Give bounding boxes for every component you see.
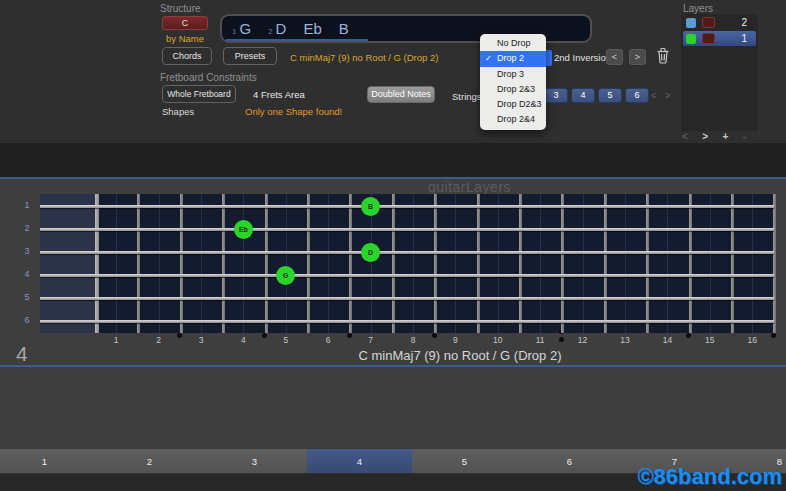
strings-nav-arrows[interactable]: <>: [651, 90, 679, 101]
layers-next-button[interactable]: >: [702, 131, 708, 142]
drop-menu-item[interactable]: Drop 2&4: [480, 112, 546, 127]
drop-menu-item[interactable]: ✓Drop 2: [480, 51, 546, 66]
fret-number: 9: [445, 335, 465, 345]
fretboard[interactable]: 12345612345678910111213141516BEbDG: [40, 194, 774, 333]
page-cell-3[interactable]: 3: [202, 449, 307, 474]
fret-line: [265, 194, 268, 333]
drop-menu-item-label: No Drop: [497, 36, 546, 51]
whole-fretboard-button[interactable]: Whole Fretboard: [162, 85, 236, 103]
fretboard-note-g[interactable]: G: [276, 266, 295, 285]
layer-structure-swatch[interactable]: [702, 17, 715, 28]
string-toggle-6[interactable]: 6: [625, 88, 649, 103]
fret-number: 3: [191, 335, 211, 345]
layers-remove-button[interactable]: -: [743, 131, 746, 142]
notes-underline: [226, 39, 368, 41]
fret-line: [689, 194, 692, 333]
inlay-dot: [771, 333, 776, 338]
page-cell-4[interactable]: 4: [307, 449, 412, 474]
page-cell-6[interactable]: 6: [517, 449, 622, 474]
drop-menu-item[interactable]: Drop D2&3: [480, 97, 546, 112]
layer-row[interactable]: 1: [683, 31, 756, 46]
drop-menu-item[interactable]: Drop 3: [480, 67, 546, 82]
inversion-label: 2nd Inversion: [554, 52, 611, 63]
drop-menu-item-label: Drop 2&3: [497, 82, 546, 97]
layer-row[interactable]: 2: [683, 15, 756, 30]
cell-midline: [328, 194, 329, 333]
fret-line: [434, 194, 437, 333]
structure-note: B: [339, 20, 349, 37]
fretboard-note-d[interactable]: D: [361, 243, 380, 262]
root-note-button[interactable]: C: [162, 16, 208, 30]
top-panel: Structure C by Name 1G2DEbB Chords Prese…: [0, 0, 786, 143]
cell-midline: [116, 194, 117, 333]
layer-number: 2: [741, 17, 747, 28]
fret-number: 6: [318, 335, 338, 345]
fretboard-note-eb[interactable]: Eb: [234, 220, 253, 239]
presets-button[interactable]: Presets: [223, 47, 277, 65]
drop-menu-item-label: Drop 2&4: [497, 112, 546, 127]
string-label: 1: [20, 200, 34, 210]
string-line: [40, 205, 774, 208]
fret-number: 15: [700, 335, 720, 345]
fret-number: 13: [615, 335, 635, 345]
string-toggle-5[interactable]: 5: [598, 88, 622, 103]
string-line: [40, 297, 774, 300]
fret-line: [222, 194, 225, 333]
inversion-next-button[interactable]: >: [629, 49, 646, 65]
layers-add-button[interactable]: +: [722, 131, 728, 142]
cell-midline: [710, 194, 711, 333]
string-toggle-3[interactable]: 3: [544, 88, 568, 103]
page-cell-1[interactable]: 1: [0, 449, 97, 474]
page-cell-2[interactable]: 2: [97, 449, 202, 474]
string-label: 2: [20, 223, 34, 233]
by-name-label[interactable]: by Name: [156, 33, 214, 44]
note-name-label: B: [339, 20, 349, 37]
page-cell-5[interactable]: 5: [412, 449, 517, 474]
doubled-notes-button[interactable]: Doubled Notes: [367, 86, 435, 103]
string-line: [40, 228, 774, 231]
fret-line: [773, 194, 776, 333]
nut-line: [95, 194, 99, 333]
string-label: 5: [20, 292, 34, 302]
drop-menu-item-label: Drop 2: [497, 51, 546, 66]
cell-midline: [159, 194, 160, 333]
layers-prev-button[interactable]: <: [682, 131, 688, 142]
string-label: 4: [20, 269, 34, 279]
drop-menu-item-label: Drop 3: [497, 67, 546, 82]
drop-menu-item[interactable]: No Drop: [480, 36, 546, 51]
fretboard-note-b[interactable]: B: [361, 197, 380, 216]
layer-structure-swatch[interactable]: [702, 33, 715, 44]
guitarlayers-watermark: guitarLayers: [428, 179, 511, 195]
fret-number: 11: [530, 335, 550, 345]
inversion-prev-button[interactable]: <: [606, 49, 623, 65]
note-name-label: G: [239, 20, 251, 37]
note-octave-label: 2: [268, 27, 272, 36]
layers-section-label: Layers: [683, 3, 713, 14]
site-watermark: ©86band.com: [637, 464, 782, 490]
cell-midline: [413, 194, 414, 333]
drop-menu-item[interactable]: Drop 2&3: [480, 82, 546, 97]
panel-divider-bottom: [0, 365, 786, 367]
string-label: 6: [20, 315, 34, 325]
fret-line: [477, 194, 480, 333]
string-line: [40, 320, 774, 323]
note-name-label: Eb: [303, 20, 321, 37]
fret-number: 10: [488, 335, 508, 345]
layer-color-swatch[interactable]: [686, 18, 696, 28]
layer-color-swatch[interactable]: [686, 34, 696, 44]
fret-line: [646, 194, 649, 333]
fret-line: [561, 194, 564, 333]
layers-list: 21: [681, 14, 758, 131]
inlay-dot: [559, 337, 564, 342]
fret-number: 14: [657, 335, 677, 345]
display-toolbar: < > ZoomPositionSizeFade Spot Label Root…: [0, 143, 786, 177]
structure-note: Eb: [303, 20, 321, 37]
cell-midline: [583, 194, 584, 333]
frets-area-label[interactable]: 4 Frets Area: [253, 89, 305, 100]
drop-menu-item-label: Drop D2&3: [497, 97, 546, 112]
chords-button[interactable]: Chords: [162, 47, 212, 65]
open-string-area: [40, 194, 95, 333]
structure-section-label: Structure: [160, 3, 201, 14]
string-toggle-4[interactable]: 4: [571, 88, 595, 103]
delete-chord-button[interactable]: [653, 47, 673, 67]
